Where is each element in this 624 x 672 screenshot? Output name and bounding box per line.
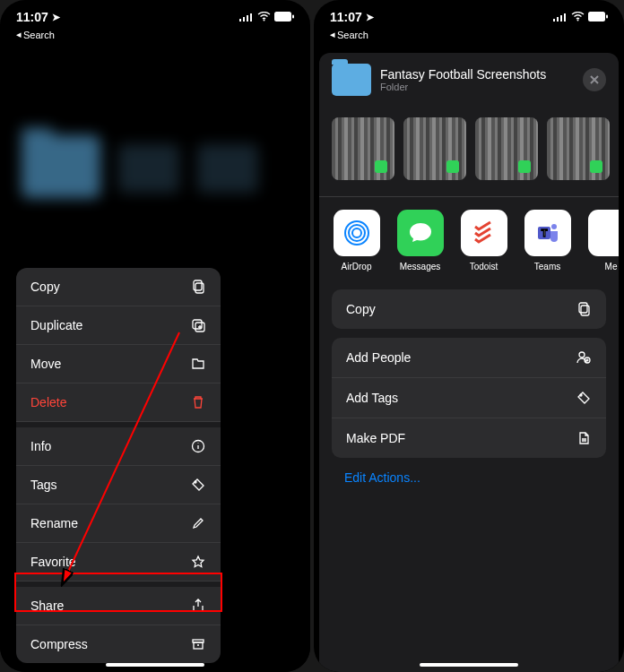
- svg-rect-16: [553, 19, 555, 22]
- svg-rect-18: [560, 15, 562, 22]
- close-button[interactable]: [583, 68, 606, 91]
- menu-label: Move: [30, 357, 61, 371]
- svg-point-23: [352, 228, 361, 237]
- airdrop-icon: [334, 210, 380, 256]
- home-indicator[interactable]: [420, 663, 518, 667]
- teams-icon: T: [524, 210, 571, 256]
- svg-point-31: [579, 352, 585, 358]
- menu-label: Copy: [30, 280, 60, 294]
- back-to-search[interactable]: ◂ Search: [0, 29, 310, 46]
- svg-rect-0: [239, 19, 241, 22]
- tag-icon: [576, 390, 592, 406]
- action-copy[interactable]: Copy: [332, 289, 606, 329]
- menu-info[interactable]: Info: [16, 427, 221, 466]
- duplicate-icon: [190, 317, 206, 333]
- menu-label: Favorite: [30, 555, 76, 569]
- svg-rect-19: [564, 13, 566, 22]
- app-label: AirDrop: [342, 262, 372, 271]
- person-add-icon: [576, 349, 592, 366]
- menu-favorite[interactable]: Favorite: [16, 543, 221, 582]
- location-icon: ➤: [366, 12, 374, 23]
- share-apps: AirDrop Messages Todoist T Teams Me: [319, 196, 619, 280]
- left-screenshot: 11:07 ➤ ◂ Search Copy Duplica: [0, 0, 310, 672]
- battery-icon: [588, 10, 608, 24]
- svg-rect-3: [250, 13, 252, 22]
- home-indicator[interactable]: [106, 663, 204, 667]
- chevron-left-icon: ◂: [16, 29, 22, 40]
- messages-icon: [397, 210, 444, 256]
- svg-rect-17: [557, 17, 559, 22]
- menu-label: Duplicate: [30, 318, 82, 332]
- contact-thumbnail[interactable]: [403, 117, 466, 180]
- status-time: 11:07: [16, 10, 48, 24]
- menu-label: Rename: [30, 516, 78, 530]
- tag-icon: [190, 477, 206, 493]
- action-group: Add People Add Tags Make PDF: [332, 338, 606, 458]
- app-teams[interactable]: T Teams: [523, 210, 572, 271]
- svg-rect-5: [274, 12, 291, 22]
- menu-label: Tags: [30, 478, 57, 492]
- svg-rect-6: [292, 15, 294, 19]
- svg-point-4: [264, 20, 265, 22]
- menu-rename[interactable]: Rename: [16, 504, 221, 543]
- action-add-people[interactable]: Add People: [332, 338, 606, 378]
- contact-thumbnails: [319, 107, 619, 196]
- action-label: Add People: [346, 350, 411, 365]
- folder-icon: [190, 356, 206, 372]
- app-more[interactable]: Me: [586, 210, 619, 271]
- svg-point-20: [577, 20, 579, 22]
- star-icon: [190, 554, 206, 570]
- menu-label: Compress: [30, 637, 88, 651]
- chevron-left-icon: ◂: [330, 29, 335, 40]
- menu-label: Share: [30, 599, 64, 613]
- share-icon: [190, 598, 206, 614]
- app-messages[interactable]: Messages: [395, 210, 445, 271]
- svg-rect-22: [606, 15, 608, 19]
- app-airdrop[interactable]: AirDrop: [332, 210, 381, 271]
- svg-rect-21: [588, 12, 605, 22]
- contact-thumbnail[interactable]: [547, 117, 610, 180]
- contact-thumbnail[interactable]: [475, 117, 538, 180]
- folder-icon: [332, 64, 371, 96]
- menu-copy[interactable]: Copy: [16, 268, 221, 306]
- app-icon: [588, 210, 620, 256]
- share-title: Fantasy Football Screenshots: [380, 67, 574, 82]
- pencil-icon: [190, 515, 206, 531]
- share-subtitle: Folder: [380, 82, 574, 92]
- menu-delete[interactable]: Delete: [16, 383, 221, 422]
- back-to-search[interactable]: ◂ Search: [314, 29, 624, 46]
- svg-rect-30: [581, 306, 589, 315]
- action-make-pdf[interactable]: Make PDF: [332, 418, 606, 458]
- archive-icon: [190, 636, 206, 652]
- copy-icon: [576, 301, 592, 317]
- battery-icon: [274, 10, 294, 24]
- context-menu: Copy Duplicate Move Delete Info Tags: [16, 268, 221, 663]
- svg-rect-1: [243, 17, 245, 22]
- app-todoist[interactable]: Todoist: [459, 210, 508, 271]
- menu-duplicate[interactable]: Duplicate: [16, 306, 221, 345]
- menu-tags[interactable]: Tags: [16, 466, 221, 504]
- menu-share[interactable]: Share: [16, 587, 221, 625]
- signal-icon: [239, 10, 254, 24]
- folder-icon: [22, 135, 100, 198]
- trash-icon: [190, 394, 206, 410]
- contact-thumbnail[interactable]: [332, 117, 394, 180]
- action-group: Copy: [332, 289, 606, 329]
- copy-icon: [190, 279, 206, 295]
- wifi-icon: [571, 10, 585, 24]
- app-label: Me: [605, 262, 618, 271]
- menu-label: Info: [30, 439, 51, 453]
- menu-move[interactable]: Move: [16, 345, 221, 383]
- svg-rect-29: [579, 303, 587, 313]
- menu-compress[interactable]: Compress: [16, 625, 221, 663]
- svg-point-33: [580, 394, 582, 396]
- svg-point-12: [195, 481, 196, 483]
- folder-icon: [197, 144, 258, 193]
- right-screenshot: 11:07 ➤ ◂ Search Fantasy Football Screen…: [314, 0, 624, 672]
- action-label: Copy: [346, 302, 376, 316]
- app-label: Messages: [400, 262, 441, 271]
- svg-rect-2: [247, 15, 248, 22]
- location-icon: ➤: [52, 12, 60, 23]
- edit-actions-link[interactable]: Edit Actions...: [319, 458, 619, 497]
- action-add-tags[interactable]: Add Tags: [332, 378, 606, 418]
